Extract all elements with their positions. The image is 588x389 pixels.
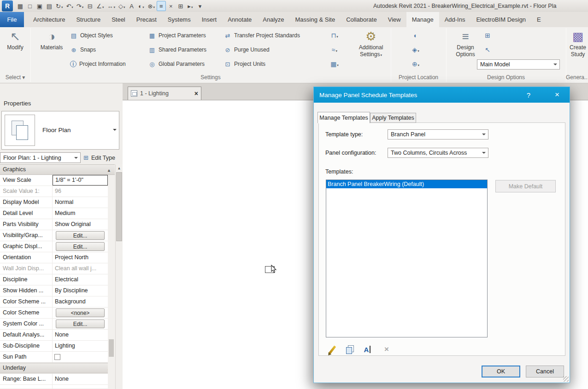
print-icon[interactable]: ⊟ [85,1,94,11]
tab-collaborate[interactable]: Collaborate [341,12,382,27]
scroll-up-icon[interactable]: ▲ [116,164,123,172]
templates-listbox[interactable]: Branch Panel BreakerWiring (Default) [326,180,488,337]
modify-button[interactable]: ↖ Modify [4,29,27,65]
create-study-button[interactable]: ▩ Create Study [569,29,587,70]
color-scheme-button[interactable]: <none> [56,308,105,317]
measure-icon[interactable]: ∠ [95,1,105,11]
collapse-chevron-icon[interactable]: ▲ [107,166,111,175]
graphics-section-header[interactable]: Graphics ▲ [0,164,115,175]
color-scheme-location-value[interactable]: Background [53,296,108,307]
parts-visibility-value[interactable]: Show Original [53,219,108,230]
underlay-section-header[interactable]: Underlay ▲ [0,363,115,373]
type-selector[interactable]: Floor Plan [1,111,119,150]
rename-template-button[interactable]: A [360,343,374,356]
detail-level-value[interactable]: Medium [53,208,108,219]
global-parameters-button[interactable]: ◎ Global Parameters [148,58,205,70]
default-3d-view-icon[interactable]: ◐ [136,1,146,11]
tab-partial[interactable]: E [531,12,547,27]
switch-windows-icon[interactable]: ▸ [186,1,195,11]
tab-view[interactable]: View [382,12,406,27]
system-color-schemes-edit-button[interactable]: Edit... [56,319,105,328]
sync-icon[interactable]: ↻ [54,1,64,11]
orientation-value[interactable]: Project North [53,252,108,263]
save-icon[interactable]: ▤ [45,1,54,11]
panel-schedule-templates-button[interactable]: ▦ [327,58,342,70]
template-type-select[interactable]: Branch Panel [388,129,488,139]
instance-selector[interactable]: Floor Plan: 1 - Lighting [0,152,81,163]
edit-type-button[interactable]: ⊞ Edit Type [82,152,119,163]
ok-button[interactable]: OK [482,366,520,377]
mep-settings-button[interactable]: ≈ [327,44,342,56]
section-icon[interactable]: ⊗ [146,1,156,11]
tab-apply-templates[interactable]: Apply Templates [370,113,416,123]
design-options-button[interactable]: ≡ Design Options [453,29,478,70]
range-base-level-value[interactable]: None [53,374,108,384]
new-file-icon[interactable]: □ [25,1,35,11]
transfer-project-standards-button[interactable]: ⇄ Transfer Project Standards [224,30,300,41]
object-styles-button[interactable]: ▤ Object Styles [70,30,113,41]
undo-icon[interactable]: ↶ [65,1,74,11]
discipline-value[interactable]: Electrical [53,274,108,285]
tab-manage-templates[interactable]: Manage Templates [318,112,370,123]
coordinates-button[interactable]: ◈ [408,44,423,56]
thin-lines-icon[interactable]: ≡ [157,1,166,11]
tab-insert[interactable]: Insert [196,12,223,27]
select-group-label[interactable]: Select ▾ [0,73,30,82]
scrollbar-thumb[interactable] [109,339,114,357]
shared-parameters-button[interactable]: ▥ Shared Parameters [148,44,206,55]
active-design-option-select[interactable]: Main Model [477,59,560,70]
tile-windows-icon[interactable]: ⊞ [176,1,185,11]
tab-annotate[interactable]: Annotate [222,12,257,27]
structural-settings-button[interactable]: ⊓ [327,29,342,41]
materials-button[interactable]: ◑ Materials [39,29,65,65]
open-file-icon[interactable]: ▣ [35,1,44,11]
tab-manage[interactable]: Manage [406,12,439,27]
add-to-set-button[interactable]: ⊞ [480,29,495,41]
worksharing-display-icon[interactable]: ▦ [16,1,25,11]
display-model-value[interactable]: Normal [53,197,108,208]
table-scrollbar[interactable] [108,175,115,389]
position-button[interactable]: ⊕ [408,58,423,70]
project-parameters-button[interactable]: ▦ Project Parameters [148,30,206,41]
purge-unused-button[interactable]: ⊘ Purge Unused [224,44,270,55]
template-list-item[interactable]: Branch Panel BreakerWiring (Default) [326,180,487,188]
tab-add-ins[interactable]: Add-Ins [439,12,471,27]
additional-settings-button[interactable]: ⚙ Additional Settings [353,29,389,70]
snaps-button[interactable]: ⊕ Snaps [70,44,96,55]
project-units-button[interactable]: ⊡ Project Units [224,58,265,70]
duplicate-template-button[interactable] [343,343,357,356]
location-button[interactable]: ◐ [408,29,423,41]
tag-icon[interactable]: ◇ [117,1,127,11]
show-hidden-lines-value[interactable]: By Discipline [53,285,108,296]
close-button[interactable]: × [549,87,565,103]
redo-icon[interactable]: ↷ [75,1,85,11]
tab-systems[interactable]: Systems [162,12,196,27]
make-default-button[interactable]: Make Default [495,180,556,192]
default-analysis-display-value[interactable]: None [53,330,108,340]
tab-electrobim-design[interactable]: ElectroBIM Design [470,12,531,27]
visibility-graphics-edit-button[interactable]: Edit... [56,231,105,240]
view-scale-value[interactable]: 1/8" = 1'-0" [53,175,108,186]
graphic-display-options-edit-button[interactable]: Edit... [56,242,105,251]
tab-precast[interactable]: Precast [131,12,162,27]
cancel-button[interactable]: Cancel [526,366,564,377]
revit-logo[interactable]: R [2,0,13,12]
project-information-button[interactable]: i Project Information [70,58,126,70]
help-button[interactable]: ? [522,87,535,103]
tab-structure[interactable]: Structure [71,12,106,27]
sub-discipline-value[interactable]: Lighting [53,341,108,351]
tab-architecture[interactable]: Architecture [28,12,71,27]
tab-analyze[interactable]: Analyze [257,12,289,27]
resize-grip[interactable] [563,376,569,382]
delete-template-button[interactable]: × [380,343,394,356]
close-icon[interactable]: × [194,90,198,97]
edit-template-button[interactable] [325,343,339,356]
scrollbar-thumb[interactable] [116,172,122,241]
view-tab-1-lighting[interactable]: 1 - Lighting × [128,87,201,100]
tab-steel[interactable]: Steel [106,12,131,27]
customize-qat-icon[interactable]: ▾ [195,1,205,11]
tab-file[interactable]: File [0,12,24,27]
sun-path-checkbox[interactable] [54,354,60,360]
tab-massing-site[interactable]: Massing & Site [290,12,341,27]
text-icon[interactable]: A [127,1,136,11]
